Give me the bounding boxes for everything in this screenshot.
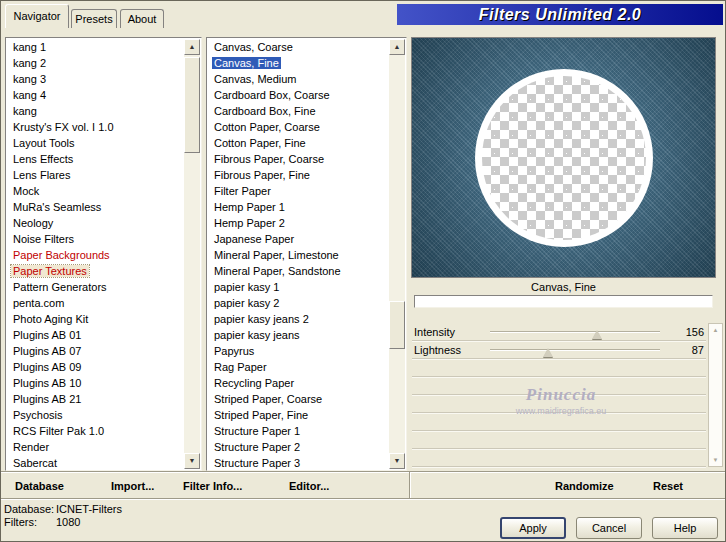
apply-button[interactable]: Apply: [500, 517, 566, 539]
import-button[interactable]: Import...: [105, 475, 160, 497]
filter-item[interactable]: Filter Paper: [208, 183, 389, 199]
filter-item[interactable]: Mineral Paper, Limestone: [208, 247, 389, 263]
filter-item-label: Fibrous Paper, Coarse: [212, 153, 326, 165]
filter-item-label: Cotton Paper, Fine: [212, 137, 308, 149]
filter-item[interactable]: Striped Paper, Fine: [208, 407, 389, 423]
category-item[interactable]: Neology: [7, 215, 184, 231]
parameter-row-empty: [412, 395, 706, 413]
filter-item[interactable]: Papyrus: [208, 343, 389, 359]
category-item[interactable]: kang 1: [7, 39, 184, 55]
category-item[interactable]: Plugins AB 10: [7, 375, 184, 391]
reset-button[interactable]: Reset: [647, 475, 689, 497]
filter-item-label: Structure Paper 2: [212, 441, 302, 453]
category-item[interactable]: Psychosis: [7, 407, 184, 423]
slider-thumb-icon[interactable]: [592, 330, 602, 339]
scroll-down-icon[interactable]: ▼: [389, 453, 405, 469]
parameter-rows: Intensity 156 Lightness 87: [412, 323, 706, 359]
category-item[interactable]: Render: [7, 439, 184, 455]
filter-item[interactable]: papier kasy jeans 2: [208, 311, 389, 327]
filter-item[interactable]: Cotton Paper, Fine: [208, 135, 389, 151]
category-item-label: kang 2: [11, 57, 48, 69]
filter-item[interactable]: Fibrous Paper, Fine: [208, 167, 389, 183]
parameter-slider[interactable]: [486, 341, 668, 359]
filter-item[interactable]: Japanese Paper: [208, 231, 389, 247]
scroll-down-icon[interactable]: ▼: [709, 455, 722, 465]
filter-item[interactable]: Striped Paper, Coarse: [208, 391, 389, 407]
category-item[interactable]: Plugins AB 07: [7, 343, 184, 359]
category-item[interactable]: Mock: [7, 183, 184, 199]
filter-item[interactable]: Cardboard Box, Fine: [208, 103, 389, 119]
filter-item[interactable]: Hemp Paper 1: [208, 199, 389, 215]
toolbar-divider-vertical: [409, 472, 410, 498]
filter-item[interactable]: papier kasy 2: [208, 295, 389, 311]
slider-thumb-icon[interactable]: [543, 348, 553, 357]
category-item[interactable]: Paper Backgrounds: [7, 247, 184, 263]
category-item[interactable]: Krusty's FX vol. I 1.0: [7, 119, 184, 135]
help-button[interactable]: Help: [652, 517, 718, 539]
category-item[interactable]: Plugins AB 01: [7, 327, 184, 343]
category-item[interactable]: kang 4: [7, 87, 184, 103]
parameter-row: Lightness 87: [412, 341, 706, 359]
tab-about[interactable]: About: [120, 9, 164, 28]
parameter-row-empty: [412, 377, 706, 395]
filter-item[interactable]: Mineral Paper, Sandstone: [208, 263, 389, 279]
scrollbar-thumb[interactable]: [184, 57, 200, 153]
category-item[interactable]: kang 2: [7, 55, 184, 71]
tab-presets[interactable]: Presets: [71, 9, 117, 28]
category-item[interactable]: penta.com: [7, 295, 184, 311]
filter-info-button[interactable]: Filter Info...: [177, 475, 248, 497]
category-item[interactable]: Plugins AB 09: [7, 359, 184, 375]
filter-item[interactable]: Structure Paper 3: [208, 455, 389, 469]
category-item-label: Neology: [11, 217, 55, 229]
category-item[interactable]: kang 3: [7, 71, 184, 87]
category-item[interactable]: MuRa's Seamless: [7, 199, 184, 215]
parameter-scrollbar[interactable]: ▲ ▼: [708, 323, 723, 467]
category-items: kang 1 kang 2 kang 3 kang 4 kang Krusty'…: [7, 39, 184, 469]
filter-item[interactable]: papier kasy jeans: [208, 327, 389, 343]
category-item[interactable]: Noise Filters: [7, 231, 184, 247]
editor-button[interactable]: Editor...: [283, 475, 335, 497]
filter-item[interactable]: Canvas, Fine: [208, 55, 389, 71]
cancel-button[interactable]: Cancel: [576, 517, 642, 539]
filter-item[interactable]: Cardboard Box, Coarse: [208, 87, 389, 103]
filter-scrollbar[interactable]: ▲ ▼: [389, 39, 405, 469]
category-item-label: Paper Backgrounds: [11, 249, 112, 261]
filter-item[interactable]: Rag Paper: [208, 359, 389, 375]
parameter-slider[interactable]: [486, 323, 668, 341]
scroll-up-icon[interactable]: ▲: [184, 39, 200, 55]
category-item[interactable]: RCS Filter Pak 1.0: [7, 423, 184, 439]
toolbar-divider-top: [1, 471, 726, 472]
category-item[interactable]: Lens Flares: [7, 167, 184, 183]
scroll-up-icon[interactable]: ▲: [389, 39, 405, 55]
scrollbar-thumb[interactable]: [389, 301, 405, 349]
preview-circle-shape: [475, 69, 653, 247]
filter-item[interactable]: Structure Paper 2: [208, 439, 389, 455]
category-item[interactable]: Photo Aging Kit: [7, 311, 184, 327]
category-item[interactable]: Paper Textures: [7, 263, 184, 279]
scroll-up-icon[interactable]: ▲: [709, 325, 722, 335]
filter-item-label: Fibrous Paper, Fine: [212, 169, 312, 181]
parameter-row-empty: [412, 359, 706, 377]
category-item[interactable]: Sabercat: [7, 455, 184, 469]
tab-navigator[interactable]: Navigator: [5, 4, 69, 28]
category-scrollbar[interactable]: ▲ ▼: [184, 39, 200, 469]
filter-item[interactable]: Fibrous Paper, Coarse: [208, 151, 389, 167]
category-item[interactable]: Lens Effects: [7, 151, 184, 167]
filter-item[interactable]: Canvas, Coarse: [208, 39, 389, 55]
randomize-button[interactable]: Randomize: [549, 475, 620, 497]
category-item-label: Krusty's FX vol. I 1.0: [11, 121, 116, 133]
category-item[interactable]: Layout Tools: [7, 135, 184, 151]
category-item[interactable]: Pattern Generators: [7, 279, 184, 295]
category-item-label: kang: [11, 105, 39, 117]
scroll-down-icon[interactable]: ▼: [184, 453, 200, 469]
category-item-label: Layout Tools: [11, 137, 77, 149]
filter-item[interactable]: Structure Paper 1: [208, 423, 389, 439]
filter-item[interactable]: Canvas, Medium: [208, 71, 389, 87]
database-button[interactable]: Database: [9, 475, 70, 497]
filter-item[interactable]: Recycling Paper: [208, 375, 389, 391]
category-item[interactable]: kang: [7, 103, 184, 119]
category-item[interactable]: Plugins AB 21: [7, 391, 184, 407]
filter-item[interactable]: Cotton Paper, Coarse: [208, 119, 389, 135]
filter-item[interactable]: Hemp Paper 2: [208, 215, 389, 231]
filter-item[interactable]: papier kasy 1: [208, 279, 389, 295]
